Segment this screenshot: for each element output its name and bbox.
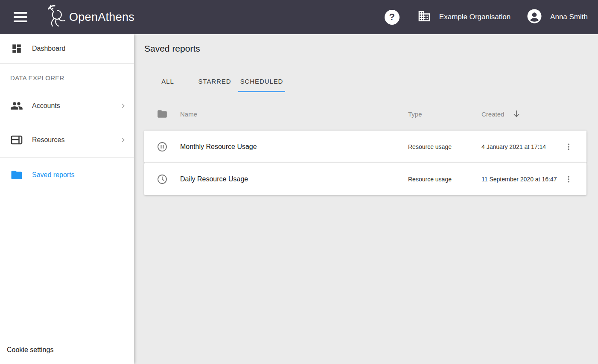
report-name: Monthly Resource Usage (180, 143, 408, 151)
sidebar-item-saved-reports[interactable]: Saved reports (0, 158, 134, 192)
table-header: Name Type Created (144, 103, 586, 125)
report-name: Daily Resource Usage (180, 175, 408, 183)
table-row[interactable]: Monthly Resource Usage Resource usage 4 … (144, 131, 586, 163)
sidebar-item-resources[interactable]: Resources (0, 122, 134, 157)
cookie-settings-link[interactable]: Cookie settings (0, 346, 134, 364)
accounts-people-icon (10, 99, 23, 112)
tab-scheduled[interactable]: SCHEDULED (238, 73, 285, 92)
sidebar: Dashboard DATA EXPLORER Accounts (0, 34, 134, 364)
dashboard-icon (10, 43, 23, 54)
avatar-icon (527, 9, 542, 26)
chevron-right-icon (120, 102, 126, 109)
clock-icon (144, 174, 180, 184)
user-name: Anna Smith (550, 13, 588, 21)
saved-reports-list: Monthly Resource Usage Resource usage 4 … (144, 131, 586, 195)
row-actions-kebab-icon[interactable] (560, 138, 577, 155)
report-type: Resource usage (408, 176, 481, 183)
pause-circle-icon (144, 142, 180, 152)
sidebar-item-accounts[interactable]: Accounts (0, 89, 134, 122)
resources-layout-icon (10, 134, 23, 146)
chevron-right-icon (120, 137, 126, 143)
tab-starred[interactable]: STARRED (191, 73, 238, 92)
sidebar-item-label: Saved reports (32, 171, 126, 179)
help-icon[interactable]: ? (385, 10, 400, 25)
report-created: 4 January 2021 at 17:14 (481, 143, 558, 150)
tab-all[interactable]: ALL (144, 73, 191, 92)
sidebar-item-dashboard[interactable]: Dashboard (0, 34, 134, 63)
user-menu[interactable]: Anna Smith (527, 9, 588, 26)
column-header-type[interactable]: Type (408, 111, 481, 118)
tab-bar: ALL STARRED SCHEDULED (144, 73, 587, 92)
folder-icon (10, 169, 23, 181)
report-created: 11 September 2020 at 16:47 (481, 176, 558, 183)
column-header-created[interactable]: Created (481, 109, 558, 119)
organisation-switcher[interactable]: Example Organisation (417, 9, 510, 25)
sidebar-item-label: Resources (32, 136, 120, 144)
folder-column-icon (144, 108, 180, 119)
table-row[interactable]: Daily Resource Usage Resource usage 11 S… (144, 163, 586, 195)
sidebar-item-label: Dashboard (32, 45, 126, 52)
organisation-name: Example Organisation (439, 13, 510, 21)
building-icon (417, 9, 431, 25)
sidebar-item-label: Accounts (32, 102, 120, 110)
menu-icon[interactable] (14, 12, 27, 22)
logo-text: OpenAthens (69, 11, 134, 24)
sort-descending-arrow-icon[interactable] (512, 109, 521, 119)
report-type: Resource usage (408, 143, 481, 150)
page-title: Saved reports (144, 43, 587, 55)
sidebar-section-label: DATA EXPLORER (0, 64, 134, 89)
openathens-logo-mark-icon (44, 4, 67, 30)
app-bar: OpenAthens ? Example Organisation Anna S… (0, 0, 598, 34)
main-content: Saved reports ALL STARRED SCHEDULED Name… (134, 34, 598, 364)
row-actions-kebab-icon[interactable] (560, 171, 577, 188)
column-header-name[interactable]: Name (180, 111, 408, 118)
openathens-logo[interactable]: OpenAthens (44, 4, 134, 30)
